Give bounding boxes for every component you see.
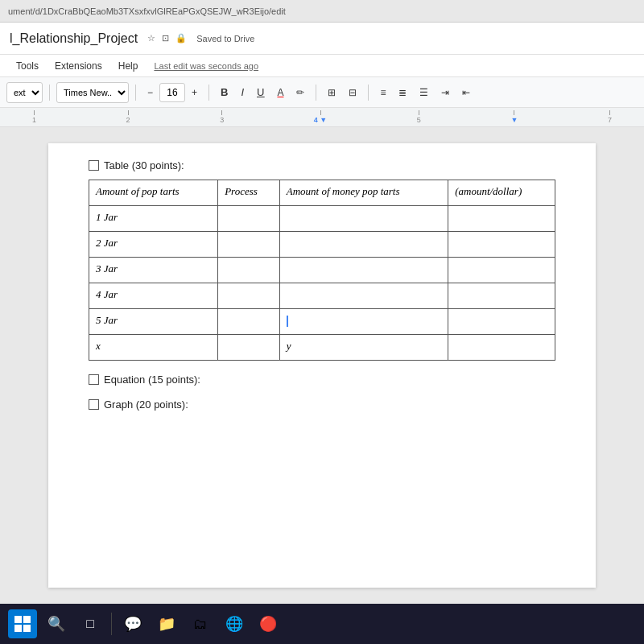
ruler-mark-1: 1 (32, 110, 36, 124)
table-row: x y (89, 335, 555, 361)
table-row: 4 Jar (89, 283, 555, 309)
doc-title[interactable]: l_Relationship_Project (10, 31, 138, 46)
toolbar: ext Times New... − + B I U A ✏ ⊞ ⊟ ≡ ≣ ☰… (0, 77, 644, 108)
separator-1 (49, 85, 50, 101)
menu-extensions[interactable]: Extensions (48, 59, 109, 73)
table-section-text: Table (30 points): (104, 159, 184, 171)
font-size-increase[interactable]: + (187, 85, 202, 101)
row2-col1[interactable]: 2 Jar (89, 232, 218, 258)
ruler-marks: 1 2 3 4 ▼ 5 ▼ 7 (32, 110, 612, 124)
row4-col3[interactable] (279, 283, 448, 309)
row1-col4[interactable] (448, 206, 555, 232)
taskbar: 🔍 □ 💬 📁 🗂 🌐 🔴 (0, 604, 644, 644)
indent-button[interactable]: ⇥ (436, 85, 454, 101)
row6-col2[interactable] (218, 335, 280, 361)
row1-col2[interactable] (218, 206, 280, 232)
menu-tools[interactable]: Tools (10, 59, 45, 73)
row2-col2[interactable] (218, 232, 280, 258)
highlight-button[interactable]: ✏ (291, 85, 309, 101)
linespace-button[interactable]: ≣ (394, 85, 411, 101)
table-header-row: Amount of pop tarts Process Amount of mo… (89, 180, 555, 206)
bookmark-icon[interactable]: ⊡ (162, 33, 169, 43)
svg-rect-0 (14, 616, 22, 623)
ruler-mark-4: 4 ▼ (314, 110, 327, 124)
italic-button[interactable]: I (236, 84, 249, 101)
row2-col4[interactable] (448, 232, 555, 258)
chrome-button[interactable]: 🔴 (254, 609, 283, 638)
row5-col4[interactable] (448, 309, 555, 335)
bold-button[interactable]: B (216, 84, 233, 101)
col-header-4: (amount/dollar) (448, 180, 555, 206)
table-button[interactable]: ⊟ (344, 85, 361, 101)
row4-col2[interactable] (218, 283, 280, 309)
row6-col3[interactable]: y (279, 335, 448, 361)
separator-4 (316, 85, 316, 101)
taskview-button[interactable]: □ (76, 609, 105, 638)
row6-col1[interactable]: x (89, 335, 218, 361)
row5-col2[interactable] (218, 309, 280, 335)
chat-button[interactable]: 💬 (118, 609, 147, 638)
row3-col1[interactable]: 3 Jar (89, 258, 218, 283)
col-header-3: Amount of money pop tarts (279, 180, 448, 206)
col-header-1: Amount of pop tarts (89, 180, 218, 206)
windows-start-button[interactable] (8, 609, 37, 638)
align-button[interactable]: ≡ (375, 85, 390, 101)
files-button[interactable]: 📁 (152, 609, 181, 638)
row1-col1[interactable]: 1 Jar (89, 206, 218, 232)
star-icon[interactable]: ☆ (147, 33, 155, 43)
separator-5 (368, 85, 369, 101)
ruler-mark-6: ▼ (510, 110, 518, 124)
taskbar-divider (111, 613, 112, 635)
font-size-decrease[interactable]: − (142, 85, 158, 101)
underline-button[interactable]: U (252, 84, 269, 101)
row1-col3[interactable] (279, 206, 448, 232)
font-size-controls: − + (142, 83, 202, 102)
font-size-input[interactable] (159, 83, 185, 102)
saved-status: Saved to Drive (196, 34, 254, 43)
svg-rect-1 (23, 616, 31, 623)
row5-col3[interactable] (279, 309, 448, 335)
row4-col4[interactable] (448, 283, 555, 309)
equation-checkbox-icon[interactable] (89, 374, 99, 385)
ruler-mark-3: 3 (220, 110, 224, 124)
title-bar: l_Relationship_Project ☆ ⊡ 🔒 Saved to Dr… (0, 23, 644, 55)
row6-col4[interactable] (448, 335, 555, 361)
menu-bar: Tools Extensions Help Last edit was seco… (0, 55, 644, 77)
data-table: Amount of pop tarts Process Amount of mo… (89, 180, 555, 361)
separator-2 (135, 85, 136, 101)
page: Table (30 points): Amount of pop tarts P… (48, 143, 596, 588)
table-row: 2 Jar (89, 232, 555, 258)
row3-col4[interactable] (448, 258, 555, 283)
table-checkbox-icon[interactable] (89, 160, 99, 171)
row5-col1[interactable]: 5 Jar (89, 309, 218, 335)
image-button[interactable]: ⊞ (323, 85, 341, 101)
url-text: ument/d/1DxCraBbQEaoMb3TXsxfxvlGlREaPGxQ… (8, 6, 286, 16)
graph-section-text: Graph (20 points): (104, 398, 188, 411)
row4-col1[interactable]: 4 Jar (89, 283, 218, 309)
menu-help[interactable]: Help (112, 59, 145, 73)
list-button[interactable]: ☰ (415, 85, 433, 101)
table-row: 3 Jar (89, 258, 555, 283)
font-select[interactable]: Times New... (56, 82, 129, 103)
row3-col2[interactable] (218, 258, 280, 283)
edge-button[interactable]: 🌐 (220, 609, 249, 638)
outdent-button[interactable]: ⇤ (457, 85, 475, 101)
windows-logo-icon (14, 615, 31, 633)
separator-3 (208, 85, 209, 101)
style-select[interactable]: ext (6, 82, 43, 103)
ruler-mark-7: 7 (608, 110, 612, 124)
table-row: 1 Jar (89, 206, 555, 232)
last-edit-text[interactable]: Last edit was seconds ago (154, 61, 258, 71)
row2-col3[interactable] (279, 232, 448, 258)
store-button[interactable]: 🗂 (186, 609, 215, 638)
doc-area: Table (30 points): Amount of pop tarts P… (0, 127, 644, 604)
search-button[interactable]: 🔍 (42, 609, 71, 638)
graph-section-label: Graph (20 points): (89, 398, 555, 411)
svg-rect-3 (23, 625, 31, 632)
title-icons: ☆ ⊡ 🔒 Saved to Drive (147, 33, 254, 43)
graph-checkbox-icon[interactable] (89, 399, 99, 410)
row3-col3[interactable] (279, 258, 448, 283)
ruler: 1 2 3 4 ▼ 5 ▼ 7 (0, 108, 644, 127)
font-color-button[interactable]: A (272, 85, 288, 101)
svg-rect-2 (14, 625, 22, 632)
